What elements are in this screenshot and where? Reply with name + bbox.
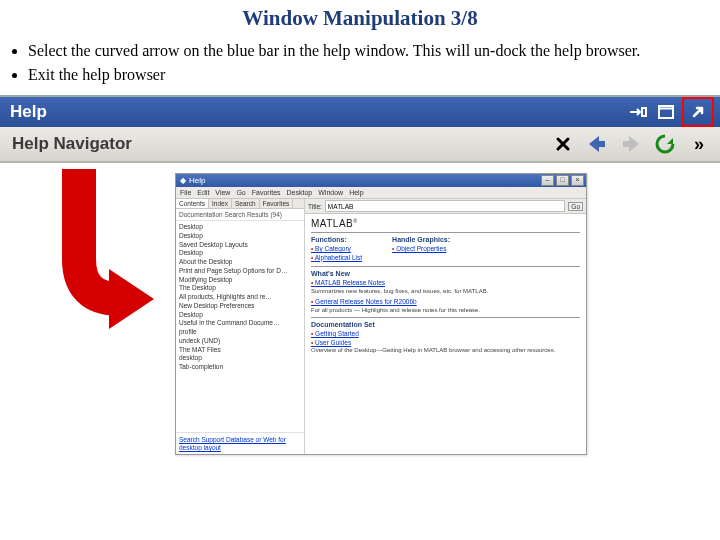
graphics-column: Handle Graphics: Object Properties [392,236,450,262]
window-close-icon[interactable]: × [571,175,584,186]
doc-address-bar: Title: Go [305,199,586,214]
slide-title: Window Manipulation 3/8 [0,6,720,31]
tree-item[interactable]: The Desktop [179,284,301,293]
whats-new-section: What's New MATLAB Release Notes Summariz… [311,266,580,314]
doc-set-section: Documentation Set Getting Started User G… [311,317,580,354]
tree-item[interactable]: Print and Page Setup Options for D… [179,267,301,276]
menu-item[interactable]: Window [318,189,343,196]
maximize-icon[interactable] [654,100,678,124]
tab-favorites[interactable]: Favorites [260,199,294,208]
section-heading: Documentation Set [311,321,580,328]
section-desc: For all products — Highlights and releas… [311,307,580,315]
section-desc: Summarizes new features, bug fixes, and … [311,288,580,296]
tree-item[interactable]: New Desktop Preferences [179,302,301,311]
svg-rect-3 [597,141,605,147]
tree-item[interactable]: Desktop [179,223,301,232]
doc-link[interactable]: Object Properties [392,245,450,253]
dock-toggle-icon[interactable] [626,100,650,124]
menu-item[interactable]: View [215,189,230,196]
menu-item[interactable]: Desktop [287,189,313,196]
navigator-tabs: Contents Index Search Favorites [176,199,304,209]
search-web-link[interactable]: Search Support Database or Web for deskt… [176,432,304,455]
window-maximize-icon[interactable]: □ [556,175,569,186]
section-heading: What's New [311,270,580,277]
doc-pane: Title: Go MATLAB® Functions: By Category… [305,199,586,455]
back-arrow-icon[interactable] [582,130,612,158]
window-title: Help [189,176,205,185]
section-desc: Overview of the Desktop—Getting Help in … [311,347,580,355]
tree-item[interactable]: Modifying Desktop [179,276,301,285]
tree-item[interactable]: desktop [179,354,301,363]
tree-item[interactable]: About the Desktop [179,258,301,267]
forward-arrow-icon[interactable] [616,130,646,158]
window-menubar: File Edit View Go Favorites Desktop Wind… [176,187,586,199]
help-navigator-pane: Contents Index Search Favorites Document… [176,199,305,455]
menu-item[interactable]: Favorites [252,189,281,196]
tree-item[interactable]: Saved Desktop Layouts [179,241,301,250]
doc-link[interactable]: General Release Notes for R2006b [311,298,580,306]
instruction-item: Exit the help browser [28,65,700,85]
tree-item[interactable]: Desktop [179,232,301,241]
doc-link[interactable]: MATLAB Release Notes [311,279,580,287]
tree-item[interactable]: Tab-completion [179,363,301,372]
doc-link[interactable]: By Category [311,245,362,253]
menu-item[interactable]: Edit [197,189,209,196]
window-titlebar[interactable]: ◆ Help – □ × [176,174,586,187]
functions-column: Functions: By Category Alphabetical List [311,236,362,262]
undocked-help-window: ◆ Help – □ × File Edit View Go Favorites… [175,173,587,455]
product-brand: MATLAB® [311,218,580,229]
menu-item[interactable]: File [180,189,191,196]
window-app-icon: ◆ [180,176,186,185]
tree-item[interactable]: The MAT Files [179,346,301,355]
address-input[interactable] [325,200,565,212]
result-arrow-icon [24,169,154,339]
doc-link[interactable]: Getting Started [311,330,580,338]
refresh-icon[interactable] [650,130,680,158]
doc-content: MATLAB® Functions: By Category Alphabeti… [305,214,586,455]
menu-item[interactable]: Go [236,189,245,196]
result-area: ◆ Help – □ × File Edit View Go Favorites… [0,163,720,473]
tab-index[interactable]: Index [209,199,232,208]
close-icon[interactable] [548,130,578,158]
tree-item[interactable]: Desktop [179,249,301,258]
doc-link[interactable]: User Guides [311,339,580,347]
help-navigator-label: Help Navigator [12,134,132,154]
help-navigator-bar: Help Navigator » [0,127,720,163]
window-minimize-icon[interactable]: – [541,175,554,186]
tree-item[interactable]: undeck (UND) [179,337,301,346]
tree-item[interactable]: profile [179,328,301,337]
search-results-label: Documentation Search Results (94) [176,209,304,221]
column-heading: Functions: [311,236,362,243]
tree-item[interactable]: All products, Highlights and re… [179,293,301,302]
tab-search[interactable]: Search [232,199,260,208]
instruction-list: Select the curved arrow on the blue bar … [28,41,700,85]
go-button[interactable]: Go [568,202,583,211]
instruction-item: Select the curved arrow on the blue bar … [28,41,700,61]
tree-item[interactable]: Desktop [179,311,301,320]
svg-rect-0 [642,108,646,116]
tab-contents[interactable]: Contents [176,199,209,208]
help-title-label: Help [10,102,47,122]
more-icon[interactable]: » [684,130,714,158]
column-heading: Handle Graphics: [392,236,450,243]
menu-item[interactable]: Help [349,189,363,196]
results-tree[interactable]: Desktop Desktop Saved Desktop Layouts De… [176,221,304,432]
svg-rect-4 [623,141,631,147]
tree-item[interactable]: Useful in the Command Docume… [179,319,301,328]
help-title-bar: Help [0,95,720,127]
doc-link[interactable]: Alphabetical List [311,254,362,262]
address-label: Title: [308,203,322,210]
undock-arrow-icon[interactable] [682,97,714,127]
